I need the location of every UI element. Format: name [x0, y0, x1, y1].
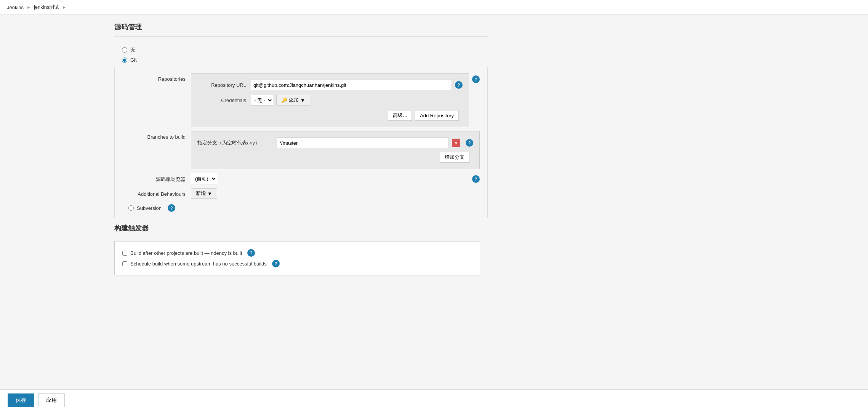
repositories-content: Repository URL ? Credentials - 无 - — [191, 73, 469, 127]
trigger-option2[interactable]: Schedule build when some upstream has no… — [122, 258, 472, 269]
radio-none[interactable]: 无 — [122, 46, 488, 53]
trigger-option1[interactable]: Build after other projects are built — n… — [122, 248, 472, 258]
breadcrumb-sep1: ► — [27, 5, 31, 10]
subversion-radio[interactable]: Subversion ? — [122, 204, 480, 212]
trigger1-label: Build after other projects are built — n… — [130, 250, 242, 256]
trigger2-label: Schedule build when some upstream has no… — [130, 261, 267, 267]
source-browser-select[interactable]: (自动) — [191, 173, 217, 184]
repositories-label: Repositories — [122, 73, 191, 82]
credentials-select[interactable]: - 无 - — [251, 95, 273, 106]
add-label: 添加 — [289, 97, 299, 104]
repositories-row: Repositories Repository URL ? — [122, 73, 480, 127]
repositories-help-icon[interactable]: ? — [472, 75, 480, 83]
add-behaviour-arrow: ▼ — [207, 191, 212, 197]
repo-url-input[interactable] — [251, 80, 452, 90]
radio-none-input[interactable] — [122, 47, 127, 53]
repo-url-help-icon[interactable]: ? — [455, 81, 463, 89]
repo-url-label: Repository URL — [197, 82, 251, 88]
subversion-help-icon[interactable]: ? — [168, 204, 175, 212]
subversion-label: Subversion — [137, 205, 162, 211]
trigger1-checkbox[interactable] — [122, 251, 127, 256]
source-browser-row: 源码库浏览器 (自动) ? — [122, 173, 480, 184]
source-browser-label: 源码库浏览器 — [122, 173, 191, 183]
repo-buttons-row: 高级... Add Repository — [197, 110, 463, 121]
additional-behaviours-content: 新增 ▼ — [191, 188, 480, 199]
add-credentials-button[interactable]: 🔑 添加 ▼ — [276, 95, 310, 106]
add-behaviour-button[interactable]: 新增 ▼ — [191, 188, 217, 199]
breadcrumb-project[interactable]: jenkins测试 — [34, 4, 59, 11]
add-branch-button[interactable]: 增加分支 — [440, 152, 469, 163]
branches-box: 指定分支（为空时代表any） x ? 增加分支 — [191, 131, 480, 169]
advanced-button[interactable]: 高级... — [388, 110, 412, 121]
source-section-title: 源码管理 — [114, 19, 488, 37]
branches-content: 指定分支（为空时代表any） x ? 增加分支 — [191, 131, 480, 169]
build-triggers-title: 构建触发器 — [114, 220, 488, 237]
additional-behaviours-label: Additional Behaviours — [122, 188, 191, 197]
repo-box: Repository URL ? Credentials - 无 - — [191, 73, 469, 127]
key-icon: 🔑 — [281, 98, 287, 103]
repo-url-row: Repository URL ? — [197, 80, 463, 90]
radio-git[interactable]: Git — [122, 57, 488, 63]
branches-row: Branches to build 指定分支（为空时代表any） x ? 增加分… — [122, 131, 480, 169]
breadcrumb-jenkins[interactable]: Jenkins — [7, 5, 24, 10]
credentials-content: - 无 - 🔑 添加 ▼ — [251, 95, 463, 106]
repo-url-content: ? — [251, 80, 463, 90]
add-repository-button[interactable]: Add Repository — [415, 110, 459, 121]
breadcrumb: Jenkins ► jenkins测试 ► — [0, 0, 868, 15]
source-browser-help-icon[interactable]: ? — [472, 175, 480, 183]
add-dropdown-arrow: ▼ — [300, 98, 305, 103]
trigger2-help-icon[interactable]: ? — [272, 260, 280, 267]
trigger2-checkbox[interactable] — [122, 261, 127, 266]
branch-item-row: 指定分支（为空时代表any） x ? — [197, 138, 473, 148]
apply-button[interactable]: 应用 — [38, 393, 65, 407]
source-browser-content: (自动) — [191, 173, 469, 184]
subversion-radio-input[interactable] — [128, 205, 134, 211]
delete-branch-button[interactable]: x — [452, 139, 460, 147]
radio-none-label: 无 — [130, 46, 135, 53]
build-triggers-section: Build after other projects are built — n… — [114, 241, 480, 275]
breadcrumb-sep2: ► — [62, 5, 66, 10]
branch-specifier-input[interactable] — [277, 138, 449, 148]
save-button[interactable]: 保存 — [8, 393, 34, 407]
branches-label: Branches to build — [122, 131, 191, 140]
add-behaviour-label: 新增 — [196, 190, 206, 197]
radio-git-input[interactable] — [122, 58, 127, 63]
additional-behaviours-row: Additional Behaviours 新增 ▼ — [122, 188, 480, 199]
bottom-bar: 保存 应用 — [0, 389, 868, 411]
add-branch-btn-row: 增加分支 — [197, 152, 473, 163]
source-radio-group: 无 Git — [114, 43, 488, 67]
trigger1-help-icon[interactable]: ? — [247, 249, 255, 257]
credentials-row: Credentials - 无 - 🔑 添加 ▼ — [197, 95, 463, 106]
radio-git-label: Git — [130, 57, 137, 63]
git-config-section: Repositories Repository URL ? — [114, 67, 488, 218]
branch-specifier-label: 指定分支（为空时代表any） — [197, 139, 274, 146]
branch-help-icon[interactable]: ? — [466, 139, 473, 147]
credentials-label: Credentials — [197, 98, 251, 103]
